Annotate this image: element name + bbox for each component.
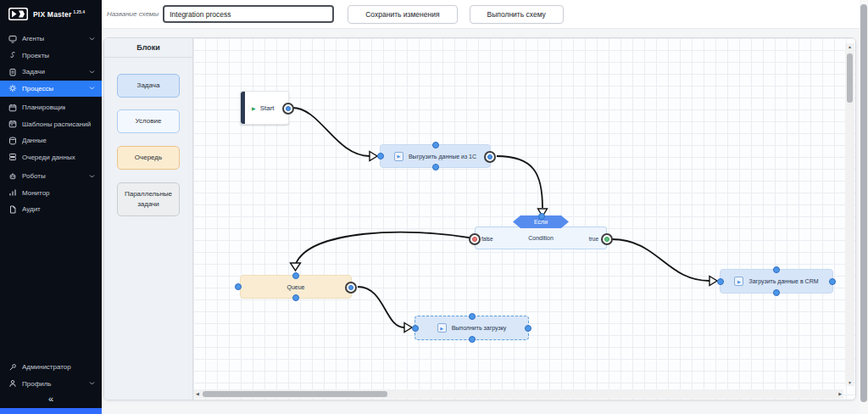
bottom-handle[interactable] <box>773 289 780 296</box>
page-scrollbar[interactable] <box>860 0 868 414</box>
chevron-down-icon <box>89 70 95 74</box>
task-play-icon: ▶ <box>437 323 447 333</box>
sidebar-item-robots[interactable]: Роботы <box>0 168 102 185</box>
robot-icon <box>8 172 17 181</box>
sidebar-nav: Агенты Проекты Задачи Процессы Планировщ… <box>0 31 102 218</box>
node-label: Загрузить данные в CRM <box>748 278 818 284</box>
sidebar-item-label: Агенты <box>22 35 44 42</box>
edge-start-to-1c <box>292 108 370 156</box>
wrench-icon <box>8 363 17 372</box>
scroll-right-icon[interactable]: ▶ <box>838 389 842 399</box>
canvas-horizontal-scrollbar[interactable]: ◀ ▶ <box>194 389 843 399</box>
output-handle[interactable] <box>829 278 836 285</box>
sidebar-item-schedule-templates[interactable]: Шаблоны расписаний <box>0 116 102 133</box>
chevron-down-icon <box>89 174 95 178</box>
palette-block-parallel[interactable]: Параллельные задачи <box>117 182 180 216</box>
sidebar-item-label: Шаблоны расписаний <box>22 120 91 128</box>
data-queue-icon <box>8 153 17 161</box>
clipboard-icon <box>8 68 17 76</box>
sidebar-item-data[interactable]: Данные <box>0 132 102 149</box>
bottom-handle[interactable] <box>292 294 299 301</box>
sidebar-footer: Администратор Профиль « <box>0 359 102 406</box>
input-handle[interactable] <box>717 278 724 285</box>
edge-queue-to-run <box>358 287 404 327</box>
sidebar-collapse-button[interactable]: « <box>0 392 102 406</box>
play-icon: ▶ <box>252 105 256 111</box>
sidebar-item-scheduler[interactable]: Планировщик <box>0 99 102 116</box>
database-icon <box>8 137 17 145</box>
sidebar-item-label: Роботы <box>22 172 46 180</box>
sidebar-item-tasks[interactable]: Задачи <box>0 64 102 81</box>
sidebar-bottom-accent <box>0 408 102 414</box>
main-area: Название схемы Сохранить изменения Выпол… <box>102 0 868 414</box>
projects-icon <box>8 51 17 59</box>
sidebar-item-profile[interactable]: Профиль <box>0 376 102 393</box>
app-title: PIX Master1.25.4 <box>33 10 85 19</box>
app-version: 1.25.4 <box>73 10 85 14</box>
top-handle[interactable] <box>432 142 439 148</box>
sidebar-item-monitor[interactable]: Монитор <box>0 185 102 202</box>
input-handle[interactable] <box>235 283 242 290</box>
collapse-icon: « <box>48 394 53 404</box>
top-handle[interactable] <box>773 266 780 273</box>
arrowhead <box>709 277 717 286</box>
chevron-down-icon <box>89 87 95 91</box>
chevron-down-icon <box>89 382 95 386</box>
canvas-vertical-scrollbar[interactable]: ▲ ▼ <box>845 43 854 386</box>
node-export-1c[interactable]: ▶ Выгрузить данные из 1С <box>380 144 491 168</box>
sidebar-item-processes[interactable]: Процессы <box>0 81 102 98</box>
true-output-port[interactable] <box>601 233 613 245</box>
monitor-icon <box>8 35 17 43</box>
output-port[interactable] <box>484 151 496 163</box>
palette-block-task[interactable]: Задача <box>117 74 180 98</box>
sidebar-item-agents[interactable]: Агенты <box>0 31 102 48</box>
run-schema-button[interactable]: Выполнить схему <box>470 5 564 24</box>
sidebar-item-audit[interactable]: Аудит <box>0 201 102 218</box>
output-port[interactable] <box>282 103 294 115</box>
false-output-port[interactable] <box>469 233 481 245</box>
horizontal-scroll-thumb[interactable] <box>203 391 387 397</box>
sidebar-item-label: Задачи <box>22 68 45 76</box>
node-run-load[interactable]: ▶ Выполнить загрузку <box>415 316 529 340</box>
schema-name-input[interactable] <box>163 5 334 23</box>
node-condition[interactable]: Если false Condition true <box>475 227 607 249</box>
palette-block-queue[interactable]: Очередь <box>117 146 180 170</box>
chevron-down-icon <box>89 36 95 41</box>
node-label: Start <box>260 104 275 112</box>
sidebar-item-label: Очереди данных <box>22 154 75 161</box>
node-label: Выгрузить данные из 1С <box>409 154 476 159</box>
output-port[interactable] <box>345 282 357 294</box>
arrowhead <box>404 323 412 333</box>
scroll-down-icon[interactable]: ▼ <box>845 379 854 386</box>
sidebar-item-label: Аудит <box>22 205 41 213</box>
sidebar-item-label: Профиль <box>22 380 52 388</box>
node-load-crm[interactable]: ▶ Загрузить данные в CRM <box>720 269 833 294</box>
input-handle[interactable] <box>412 325 419 332</box>
top-handle[interactable] <box>292 272 299 279</box>
sidebar-item-administrator[interactable]: Администратор <box>0 359 102 376</box>
page-scroll-thumb[interactable] <box>860 4 867 402</box>
vertical-scroll-thumb[interactable] <box>847 53 853 103</box>
top-handle[interactable] <box>469 313 476 320</box>
sidebar-item-projects[interactable]: Проекты <box>0 48 102 64</box>
task-play-icon: ▶ <box>394 152 403 161</box>
node-queue[interactable]: Queue <box>240 275 352 299</box>
output-handle[interactable] <box>525 325 531 332</box>
chart-bars-icon <box>8 188 17 197</box>
bottom-handle[interactable] <box>432 164 439 171</box>
app-root: PIX Master1.25.4 Агенты Проекты Задачи П… <box>0 0 868 414</box>
node-label: Condition <box>528 235 554 241</box>
save-changes-button[interactable]: Сохранить изменения <box>348 5 457 24</box>
input-handle[interactable] <box>377 153 384 159</box>
bottom-handle[interactable] <box>469 336 476 343</box>
scroll-up-icon[interactable]: ▲ <box>845 43 854 50</box>
scroll-left-icon[interactable]: ◀ <box>196 389 199 399</box>
calendar-template-icon <box>8 120 17 128</box>
condition-top-handle[interactable] <box>538 213 545 220</box>
editor-panel: Блоки Задача Условие Очередь Параллельны… <box>103 37 856 400</box>
palette-block-condition[interactable]: Условие <box>117 109 180 133</box>
sidebar-item-data-queues[interactable]: Очереди данных <box>0 149 102 166</box>
node-start[interactable]: ▶ Start <box>240 91 289 125</box>
logo[interactable]: PIX Master1.25.4 <box>0 0 102 20</box>
flow-canvas[interactable]: ▶ Start ▶ Выгрузить данные из 1С Если <box>193 38 855 400</box>
